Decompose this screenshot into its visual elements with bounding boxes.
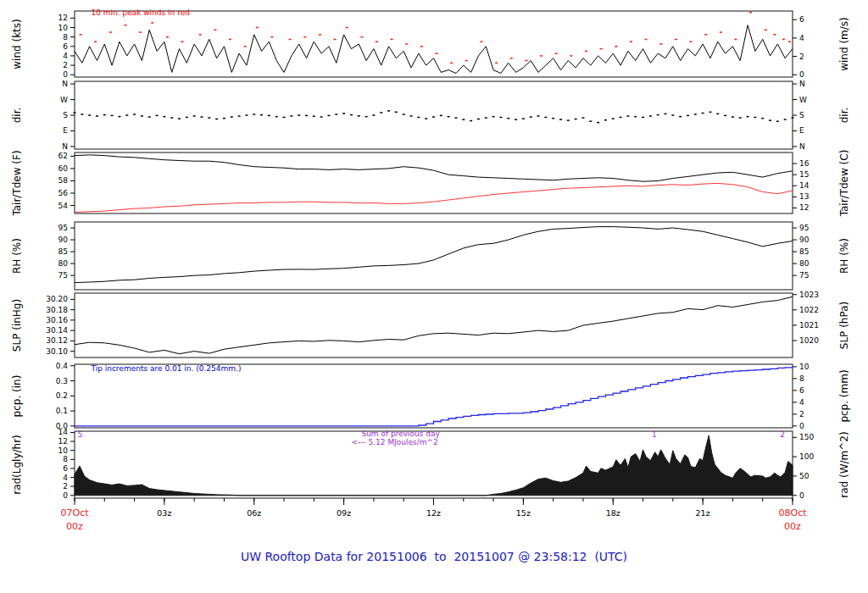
peak-wind-kts-point	[480, 41, 482, 42]
wind-direction-deg-point	[784, 119, 787, 120]
wind-direction-deg-point	[665, 114, 667, 115]
wind-direction-deg-point	[671, 114, 674, 116]
chart-title: UW Rooftop Data for 20151006 to 20151007…	[0, 550, 868, 563]
axis-label-left-rad: rad(Lgly/hr)	[11, 435, 23, 495]
wind-direction-deg-point	[604, 119, 607, 121]
wind-direction-deg-point	[200, 116, 203, 118]
peak-wind-kts-point	[80, 34, 82, 36]
axis-label-left-wind: wind (kts)	[11, 19, 23, 69]
tick-label-left-rad: 0	[63, 491, 68, 500]
wind-direction-deg-point	[275, 116, 278, 118]
tick-label-right-tair: 15	[799, 170, 809, 179]
tick-label-right-tair: 16	[799, 159, 810, 168]
axis-label-right-rh: RH (%)	[838, 238, 850, 274]
wind-direction-deg-point	[530, 116, 532, 118]
tick-label-right-pcp: 6	[799, 386, 804, 395]
peak-wind-kts-point	[346, 27, 348, 29]
wind-direction-deg-point	[440, 115, 442, 117]
wind-direction-deg-point	[522, 118, 525, 119]
wind-direction-deg-point	[178, 118, 181, 119]
wind-direction-deg-point	[537, 115, 540, 117]
peak-wind-kts-point	[495, 63, 498, 64]
panel-note-wind: 10 min. peak winds in red	[91, 8, 190, 17]
wind-direction-deg-point	[111, 115, 114, 117]
wind-direction-deg-point	[499, 117, 502, 119]
meteogram-plot: 0246810120246wind (kts)wind (m/s)10 min.…	[0, 0, 868, 593]
tick-label-right-slp: 1023	[799, 291, 819, 299]
wind-direction-deg-point	[581, 117, 584, 119]
peak-wind-kts-point	[376, 41, 378, 42]
peak-wind-kts-point	[405, 43, 408, 45]
axis-label-right-wind: wind (m/s)	[838, 17, 850, 71]
tick-label-right-dir: N	[799, 142, 805, 151]
peak-wind-kts-point	[151, 22, 153, 24]
peak-wind-kts-point	[334, 39, 337, 41]
tick-label-left-pcp: 0.2	[56, 391, 68, 400]
wind-direction-deg-point	[769, 119, 771, 121]
tick-label-right-rad: 0	[799, 491, 804, 500]
tick-label-left-tair: 62	[58, 152, 68, 160]
tick-label-right-dir: E	[799, 126, 804, 135]
wind-direction-deg-point	[305, 115, 308, 117]
x-tick-label: 00z	[784, 521, 801, 532]
tair-f-series	[75, 155, 793, 181]
wind-direction-deg-point	[544, 117, 547, 119]
wind-direction-deg-point	[425, 118, 427, 119]
axis-label-right-tair: Tair/Tdew (C)	[838, 150, 850, 218]
wind-direction-deg-point	[792, 117, 794, 119]
wind-direction-deg-point	[96, 115, 98, 117]
tick-label-left-rad: 8	[63, 455, 68, 463]
tick-label-right-tair: 13	[799, 192, 809, 201]
tick-label-left-wind: 8	[63, 33, 68, 42]
wind-direction-deg-point	[470, 120, 472, 122]
tick-label-right-pcp: 0	[799, 422, 804, 430]
tick-label-right-dir: S	[799, 111, 804, 119]
wind-direction-deg-point	[283, 117, 286, 119]
peak-wind-kts-point	[289, 39, 292, 41]
peak-wind-kts-point	[555, 53, 558, 54]
wind-direction-deg-point	[350, 114, 353, 116]
peak-wind-kts-point	[600, 48, 603, 50]
wind-direction-deg-point	[342, 113, 345, 114]
tick-label-left-rh: 85	[58, 247, 68, 256]
wind-direction-deg-point	[575, 119, 577, 120]
peak-wind-kts-point	[690, 41, 693, 42]
wind-direction-deg-point	[231, 116, 233, 118]
tick-label-right-rh: 80	[799, 259, 810, 268]
tick-label-left-wind: 2	[63, 61, 68, 69]
x-tick-label: 18z	[606, 508, 620, 518]
tick-label-right-rh: 75	[799, 271, 809, 280]
wind-direction-deg-point	[716, 114, 719, 115]
peak-wind-kts-point	[391, 39, 393, 41]
wind-direction-deg-point	[358, 115, 360, 117]
wind-direction-deg-point	[612, 118, 615, 119]
peak-wind-kts-point	[734, 39, 737, 41]
tick-label-right-pcp: 8	[799, 374, 804, 383]
tick-label-left-dir: E	[63, 126, 68, 135]
peak-wind-kts-point	[319, 34, 321, 36]
tick-label-left-tair: 58	[58, 176, 69, 185]
wind-direction-deg-point	[515, 119, 517, 120]
wind-direction-deg-point	[432, 116, 435, 118]
wind-direction-deg-point	[776, 120, 779, 122]
panel-note-rad: Sum of previous day	[361, 430, 440, 438]
wind-direction-deg-point	[589, 120, 592, 122]
tick-label-right-rad: 50	[799, 472, 810, 480]
peak-wind-kts-point	[782, 39, 785, 41]
wind-direction-deg-point	[365, 116, 368, 118]
peak-wind-kts-point	[166, 36, 169, 38]
peak-wind-kts-point	[749, 12, 752, 14]
x-tick-label: 12z	[426, 508, 441, 518]
panel-note-rad: <--- 5.12 MJoules/m^2	[351, 438, 437, 446]
peak-wind-kts-point	[510, 58, 513, 59]
wind-direction-deg-point	[88, 114, 91, 116]
peak-wind-kts-point	[465, 60, 468, 62]
tick-label-left-slp: 30.20	[46, 295, 68, 303]
tick-label-right-wind: 6	[799, 15, 804, 24]
tick-label-left-slp: 30.12	[46, 336, 68, 345]
wind-direction-deg-point	[702, 113, 704, 114]
wind-direction-deg-point	[260, 114, 263, 116]
wind-direction-deg-point	[238, 115, 241, 117]
x-tick-label: 06z	[247, 508, 261, 518]
peak-wind-kts-point	[360, 36, 363, 38]
